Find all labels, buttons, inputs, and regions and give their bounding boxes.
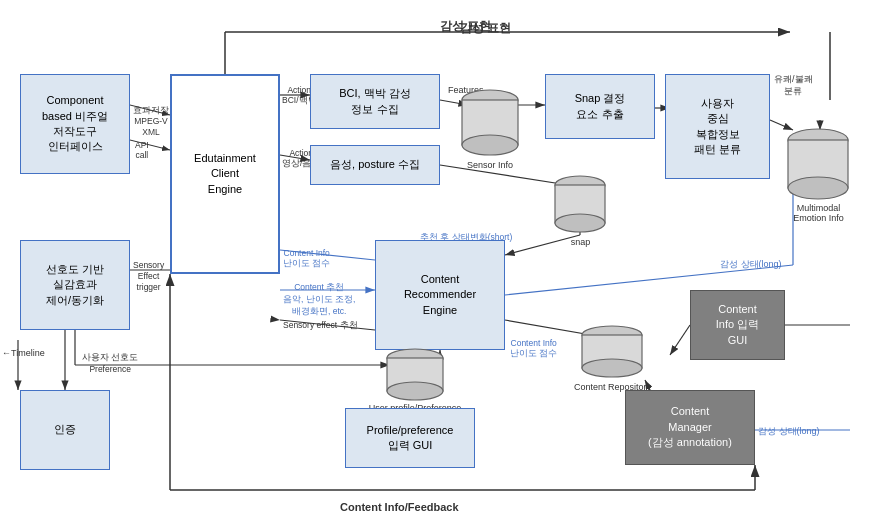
snap-label: snap [553,237,608,247]
label-api-call: APIcall [135,140,149,160]
edutainment-client-label: EdutainmentClientEngine [194,151,256,197]
svg-point-53 [582,359,642,377]
label-effect-store: 효과저장MPEG-VXML [133,105,169,138]
label-content-info-score2: Content Info난이도 점수 [510,338,557,360]
preference-control-label: 선호도 기반실감효과제어/동기화 [46,262,104,308]
box-content-info-gui: ContentInfo 입력GUI [690,290,785,360]
sensor-info-label: Sensor Info [455,160,525,170]
label-emotion-state-long: 감성 상태(long) [758,425,820,438]
box-recognition: 인증 [20,390,110,470]
content-info-gui-label: ContentInfo 입력GUI [716,302,759,348]
label-timeline: ←Timeline [2,348,45,358]
box-voice-posture: 음성, posture 수집 [310,145,440,185]
svg-line-22 [670,325,690,355]
box-snap-detection: Snap 결정요소 추출 [545,74,655,139]
label-user-preference: 사용자 선호도Preference [82,352,138,374]
box-content-recommender: ContentRecommenderEngine [375,240,505,350]
cylinder-content-repo: Content Repository [580,325,645,380]
label-emotion-expression-top: 감성 표현 [440,18,491,35]
box-bci-info: BCI, 맥박 감성정보 수집 [310,74,440,129]
voice-posture-label: 음성, posture 수집 [330,157,420,172]
component-interface-label: Componentbased 비주얼저작도구인터페이스 [42,93,108,155]
bci-info-label: BCI, 맥박 감성정보 수집 [339,86,411,117]
snap-detection-label: Snap 결정요소 추출 [575,91,626,122]
profile-gui-label: Profile/preference입력 GUI [367,423,454,454]
svg-point-44 [788,177,848,199]
content-manager-label: ContentManager(감성 annotation) [648,404,732,450]
label-sensory-trigger: SensoryEffecttrigger [133,260,164,293]
box-user-pattern: 사용자중심복합정보패턴 분류 [665,74,770,179]
cylinder-multimodal: MultimodalEmotion Info [786,128,851,203]
cylinder-user-profile: User profile/Preference [385,348,445,403]
label-content-recommend: Content 추천음악, 난이도 조정,배경화면, etc. [283,282,355,318]
box-component-interface: Componentbased 비주얼저작도구인터페이스 [20,74,130,174]
content-recommender-label: ContentRecommenderEngine [404,272,476,318]
label-emotion-long: 감성 상태(long) [720,258,782,271]
svg-point-50 [387,382,443,400]
cylinder-snap: snap [553,175,608,235]
label-emotion-split: 유쾌/불쾌분류 [774,74,813,97]
recognition-label: 인증 [54,422,76,437]
multimodal-label: MultimodalEmotion Info [776,203,861,223]
box-edutainment-client: EdutainmentClientEngine [170,74,280,274]
svg-point-47 [555,214,605,232]
cylinder-sensor-info: Sensor Info [460,88,520,158]
box-content-manager: ContentManager(감성 annotation) [625,390,755,465]
svg-point-41 [462,135,518,155]
box-preference-control: 선호도 기반실감효과제어/동기화 [20,240,130,330]
label-content-info-score: Content Info난이도 점수 [283,248,330,270]
diagram-container: 감성 표현 Componentbased 비주얼저작도구인터페이스 효과저장MP… [0,0,878,525]
label-sensory-effect: Sensory effect 추천 [283,320,358,332]
box-profile-gui: Profile/preference입력 GUI [345,408,475,468]
user-pattern-label: 사용자중심복합정보패턴 분류 [694,96,741,158]
label-content-feedback: Content Info/Feedback [340,501,459,513]
